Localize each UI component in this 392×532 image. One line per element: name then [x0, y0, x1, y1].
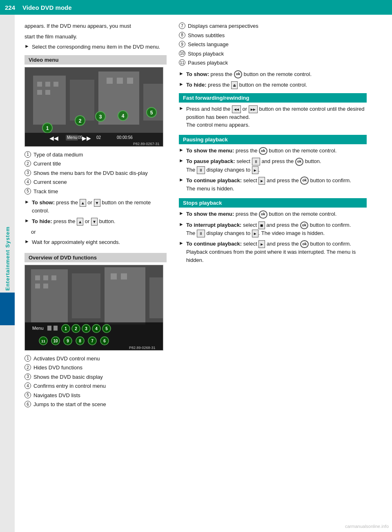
page-title: Video DVD mode — [22, 4, 72, 11]
ok-btn: ok — [234, 70, 243, 78]
to-hide-text: To hide: press the ▲ or ▼ button. — [32, 217, 116, 226]
stops-title: Stops playback — [183, 200, 222, 206]
page-number: 224 — [5, 4, 15, 11]
continue-playback-text: To continue playback: select ▶ and press… — [186, 177, 351, 193]
list-item: 7 Displays camera perspectives — [179, 22, 367, 30]
arrow-icon: ► — [179, 147, 184, 153]
svg-rect-12 — [127, 78, 133, 84]
ok-btn3: ok — [295, 158, 304, 166]
svg-text:Menu: Menu — [67, 135, 77, 140]
r-item-8: Shows subtitles — [188, 31, 225, 40]
svg-text:3: 3 — [85, 326, 87, 331]
arrow-icon: ► — [24, 218, 29, 224]
svg-rect-34 — [72, 273, 100, 318]
svg-rect-8 — [37, 90, 42, 95]
r-to-hide-text: To hide: press the ⏏ button on the remot… — [186, 81, 307, 89]
r-to-hide: ► To hide: press the ⏏ button on the rem… — [179, 81, 367, 89]
ov-item-5: Navigates DVD lists — [33, 391, 80, 400]
svg-rect-10 — [107, 78, 113, 84]
overview-title: Overview of DVD functions — [29, 255, 97, 261]
svg-text:P82.89-0267-31: P82.89-0267-31 — [133, 142, 160, 146]
r-num-10: 10 — [179, 50, 185, 57]
or-text: or — [31, 228, 167, 236]
up-btn: ▲ — [80, 199, 86, 207]
to-show-text: To show: press the ▲ or ▼ button on the … — [32, 199, 167, 215]
list-item: 5 Track time — [24, 188, 167, 196]
item-4-text: Current scene — [33, 178, 67, 186]
svg-text:1: 1 — [46, 125, 49, 131]
item-3-text: Shows the menu bars for the DVD basic di… — [33, 169, 148, 177]
list-item: 8 Shows subtitles — [179, 31, 367, 40]
play-btn4: ▶ — [258, 240, 265, 248]
ov-item-4: Confirms entry in control menu — [33, 382, 106, 390]
svg-rect-9 — [45, 90, 50, 95]
pausing-title: Pausing playback — [183, 136, 228, 143]
down-btn2: ▼ — [91, 218, 98, 226]
num-5: 5 — [24, 188, 31, 194]
interrupt-text: To interrupt playback: select ■ and pres… — [186, 221, 351, 237]
fast-fwd-arrow: ► Press and hold the ◀◀ or ▶▶ button on … — [179, 105, 367, 129]
list-item: 5 Navigates DVD lists — [24, 391, 167, 400]
list-item: 1 Activates DVD control menu — [24, 355, 167, 363]
intro-line2: start the film manually. — [24, 33, 167, 41]
intro-line1: appears. If the DVD menu appears, you mu… — [24, 22, 167, 30]
svg-text:5: 5 — [150, 110, 153, 116]
sidebar: Rear Seat Entertainment System — [0, 15, 15, 532]
item-2-text: Current title — [33, 160, 61, 168]
overview-list: 1 Activates DVD control menu 2 Hides DVD… — [24, 355, 167, 409]
video-menu-list: 1 Type of data medium 2 Current title 3 … — [24, 151, 167, 196]
ok-btn6: ok — [300, 221, 309, 230]
pause-playback-arrow: ► To pause playback: select ⏸ and press … — [179, 157, 367, 174]
r-item-7: Displays camera perspectives — [188, 22, 258, 30]
wait-arrow: ► Wait for approximately eight seconds. — [24, 238, 167, 246]
pause-btn2: ⏸ — [197, 166, 205, 174]
pause-show-text: To show the menu: press the ok button on… — [186, 147, 337, 155]
svg-rect-7 — [53, 82, 58, 87]
arrow-icon: ► — [179, 221, 184, 227]
ok-btn7: ok — [300, 240, 309, 248]
svg-text:02: 02 — [96, 135, 101, 140]
pause-btn3: ⏸ — [197, 230, 205, 237]
stops-section: Stops playback — [179, 198, 367, 208]
svg-text:◀◀: ◀◀ — [49, 135, 58, 141]
svg-rect-38 — [43, 275, 48, 280]
arrow-icon: ► — [179, 210, 184, 216]
arrow-icon: ► — [179, 81, 184, 87]
list-item: 11 Pauses playback — [179, 59, 367, 67]
svg-rect-40 — [35, 284, 40, 288]
arrow-icon: ► — [179, 158, 184, 163]
rew-btn: ◀◀ — [232, 105, 241, 113]
r-num-7: 7 — [179, 22, 185, 29]
list-item: 4 Confirms entry in control menu — [24, 382, 167, 390]
video-bg-svg: 1 2 3 4 5 05 02 — [25, 67, 163, 147]
svg-rect-39 — [51, 275, 56, 280]
play-btn: ▶ — [252, 166, 258, 174]
ov-item-1: Activates DVD control menu — [33, 355, 100, 363]
fast-fwd-text: Press and hold the ◀◀ or ▶▶ button on th… — [186, 105, 367, 129]
r-num-9: 9 — [179, 41, 185, 47]
right-top-list: 7 Displays camera perspectives 8 Shows s… — [179, 22, 367, 67]
arrow-icon: ► — [179, 240, 184, 246]
arrow-icon: ► — [179, 105, 184, 111]
fast-fwd-section: Fast forwarding/rewinding — [179, 93, 367, 103]
ov-num-1: 1 — [24, 355, 31, 362]
pause-show-arrow: ► To show the menu: press the ok button … — [179, 147, 367, 155]
intro-arrow1-text: Select the corresponding menu item in th… — [32, 43, 160, 51]
video-menu-image: 1 2 3 4 5 05 02 — [24, 67, 163, 147]
r-to-show: ► To show: press the ok button on the re… — [179, 70, 367, 78]
r-item-10: Stops playback — [188, 50, 224, 58]
item-1-text: Type of data medium — [33, 151, 83, 159]
r-num-11: 11 — [179, 59, 185, 66]
list-item: 2 Hides DVD functions — [24, 364, 167, 372]
svg-rect-2 — [70, 80, 94, 121]
svg-text:P82.89-0268-31: P82.89-0268-31 — [129, 346, 156, 350]
left-column: appears. If the DVD menu appears, you mu… — [15, 22, 174, 412]
svg-text:2: 2 — [75, 326, 77, 331]
svg-text:3: 3 — [99, 114, 102, 120]
ov-num-6: 6 — [24, 401, 31, 407]
intro-arrow1: ► Select the corresponding menu item in … — [24, 43, 167, 51]
svg-text:4: 4 — [122, 113, 125, 119]
svg-rect-5 — [37, 82, 42, 87]
svg-rect-11 — [117, 78, 123, 84]
ov-item-2: Hides DVD functions — [33, 364, 82, 372]
